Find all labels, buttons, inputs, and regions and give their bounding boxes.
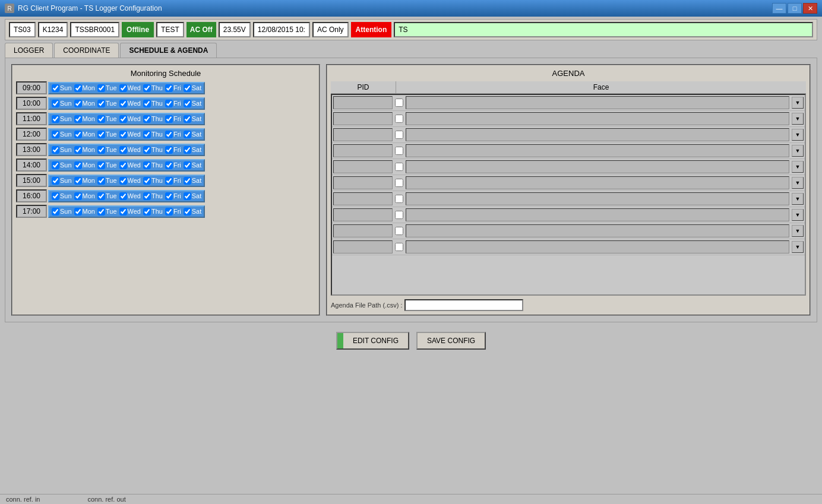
day-checkbox-mon[interactable]	[74, 177, 82, 185]
day-checkbox-thu[interactable]	[143, 84, 151, 92]
tab-logger[interactable]: LOGGER	[5, 43, 53, 58]
day-checkbox-thu[interactable]	[143, 131, 151, 138]
agenda-dropdown-button[interactable]: ▼	[792, 241, 804, 253]
day-checkbox-sat[interactable]	[184, 161, 191, 169]
agenda-row-checkbox[interactable]	[395, 163, 403, 171]
day-checkbox-sun[interactable]	[52, 146, 59, 154]
day-checkbox-sat[interactable]	[184, 84, 191, 92]
tab-schedule[interactable]: SCHEDULE & AGENDA	[120, 43, 217, 58]
agenda-row-checkbox[interactable]	[395, 99, 403, 107]
day-checkbox-sun[interactable]	[52, 84, 59, 92]
day-checkbox-mon[interactable]	[74, 192, 82, 200]
agenda-dropdown-button[interactable]: ▼	[792, 97, 804, 109]
day-checkbox-thu[interactable]	[143, 192, 151, 200]
day-checkbox-wed[interactable]	[119, 177, 127, 185]
day-checkbox-sat[interactable]	[184, 208, 191, 215]
agenda-pid-field[interactable]	[333, 160, 393, 173]
agenda-row-checkbox[interactable]	[395, 147, 403, 155]
agenda-row-checkbox[interactable]	[395, 115, 403, 123]
agenda-row-checkbox[interactable]	[395, 195, 403, 203]
day-checkbox-sun[interactable]	[52, 100, 59, 107]
day-checkbox-sat[interactable]	[184, 146, 191, 154]
day-checkbox-thu[interactable]	[143, 100, 151, 107]
day-checkbox-sat[interactable]	[184, 131, 191, 138]
day-checkbox-thu[interactable]	[143, 146, 151, 154]
day-checkbox-tue[interactable]	[97, 84, 105, 92]
agenda-pid-field[interactable]	[333, 208, 393, 221]
edit-config-button[interactable]: EDIT CONFIG	[336, 332, 409, 350]
agenda-pid-field[interactable]	[333, 96, 393, 109]
day-checkbox-mon[interactable]	[74, 131, 82, 138]
agenda-row-checkbox[interactable]	[395, 227, 403, 235]
day-checkbox-wed[interactable]	[119, 146, 127, 154]
day-checkbox-tue[interactable]	[97, 208, 105, 215]
agenda-dropdown-button[interactable]: ▼	[792, 193, 804, 205]
save-config-button[interactable]: SAVE CONFIG	[416, 332, 486, 350]
tab-coordinate[interactable]: COORDINATE	[54, 43, 119, 58]
day-checkbox-mon[interactable]	[74, 208, 82, 215]
day-checkbox-wed[interactable]	[119, 84, 127, 92]
day-checkbox-fri[interactable]	[165, 208, 173, 215]
maximize-button[interactable]: □	[788, 3, 802, 14]
agenda-dropdown-button[interactable]: ▼	[792, 161, 804, 173]
day-checkbox-tue[interactable]	[97, 177, 105, 185]
agenda-dropdown-button[interactable]: ▼	[792, 129, 804, 141]
day-checkbox-mon[interactable]	[74, 161, 82, 169]
day-checkbox-thu[interactable]	[143, 208, 151, 215]
day-checkbox-fri[interactable]	[165, 146, 173, 154]
agenda-pid-field[interactable]	[333, 144, 393, 157]
agenda-dropdown-button[interactable]: ▼	[792, 145, 804, 157]
day-checkbox-sun[interactable]	[52, 192, 59, 200]
agenda-path-input[interactable]	[404, 299, 523, 311]
day-checkbox-thu[interactable]	[143, 161, 151, 169]
agenda-dropdown-button[interactable]: ▼	[792, 209, 804, 221]
edit-config-label[interactable]: EDIT CONFIG	[343, 333, 408, 348]
agenda-pid-field[interactable]	[333, 176, 393, 189]
day-checkbox-fri[interactable]	[165, 115, 173, 123]
day-checkbox-sun[interactable]	[52, 161, 59, 169]
day-checkbox-wed[interactable]	[119, 115, 127, 123]
minimize-button[interactable]: —	[772, 3, 786, 14]
day-checkbox-wed[interactable]	[119, 192, 127, 200]
day-checkbox-mon[interactable]	[74, 84, 82, 92]
agenda-pid-field[interactable]	[333, 240, 393, 253]
day-checkbox-tue[interactable]	[97, 115, 105, 123]
day-checkbox-fri[interactable]	[165, 161, 173, 169]
day-checkbox-thu[interactable]	[143, 177, 151, 185]
day-checkbox-wed[interactable]	[119, 161, 127, 169]
close-button[interactable]: ✕	[803, 3, 817, 14]
schedule-scroll[interactable]: 09:00SunMonTueWedThuFriSat10:00SunMonTue…	[16, 81, 315, 295]
agenda-row-checkbox[interactable]	[395, 211, 403, 219]
agenda-pid-field[interactable]	[333, 224, 393, 237]
day-checkbox-tue[interactable]	[97, 100, 105, 107]
day-checkbox-sat[interactable]	[184, 100, 191, 107]
day-checkbox-fri[interactable]	[165, 100, 173, 107]
day-checkbox-sun[interactable]	[52, 131, 59, 138]
day-checkbox-tue[interactable]	[97, 131, 105, 138]
day-checkbox-thu[interactable]	[143, 115, 151, 123]
day-checkbox-wed[interactable]	[119, 100, 127, 107]
agenda-row-checkbox[interactable]	[395, 243, 403, 251]
agenda-dropdown-button[interactable]: ▼	[792, 177, 804, 189]
day-checkbox-sun[interactable]	[52, 115, 59, 123]
day-checkbox-tue[interactable]	[97, 161, 105, 169]
day-checkbox-fri[interactable]	[165, 131, 173, 138]
day-checkbox-fri[interactable]	[165, 177, 173, 185]
agenda-pid-field[interactable]	[333, 112, 393, 125]
agenda-row-checkbox[interactable]	[395, 131, 403, 139]
day-checkbox-mon[interactable]	[74, 100, 82, 107]
day-checkbox-wed[interactable]	[119, 208, 127, 215]
day-checkbox-sun[interactable]	[52, 208, 59, 215]
agenda-pid-field[interactable]	[333, 192, 393, 205]
day-checkbox-sat[interactable]	[184, 115, 191, 123]
day-checkbox-mon[interactable]	[74, 115, 82, 123]
agenda-pid-field[interactable]	[333, 128, 393, 141]
agenda-dropdown-button[interactable]: ▼	[792, 225, 804, 237]
day-checkbox-sat[interactable]	[184, 192, 191, 200]
day-checkbox-tue[interactable]	[97, 146, 105, 154]
day-checkbox-fri[interactable]	[165, 84, 173, 92]
day-checkbox-sat[interactable]	[184, 177, 191, 185]
day-checkbox-tue[interactable]	[97, 192, 105, 200]
agenda-row-checkbox[interactable]	[395, 179, 403, 187]
day-checkbox-fri[interactable]	[165, 192, 173, 200]
